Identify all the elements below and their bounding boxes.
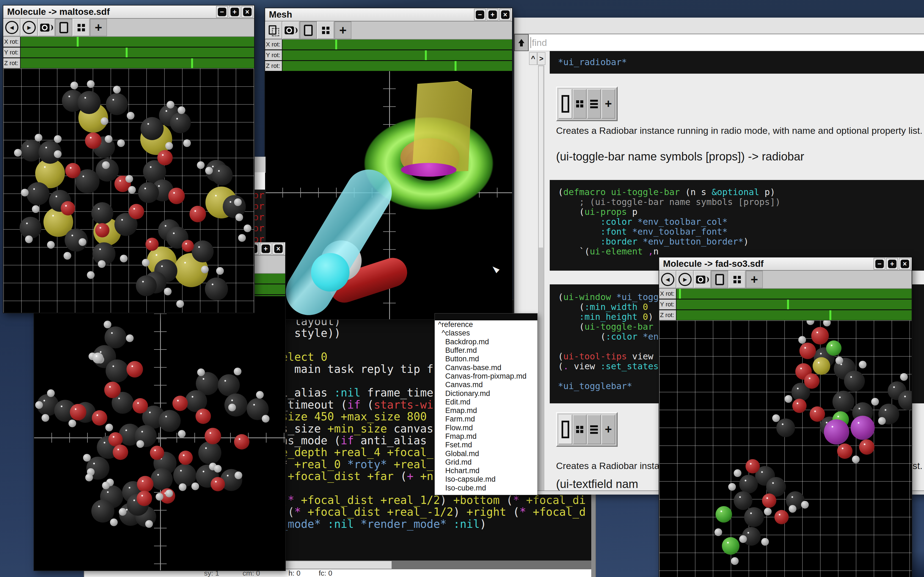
mesh-window[interactable]: Mesh − + × + X rot:Y rot:Z rot:	[265, 8, 513, 320]
add-button[interactable]: +	[334, 21, 351, 39]
slider-indicator[interactable]	[787, 300, 789, 309]
list-item[interactable]: Farm.md	[435, 415, 537, 424]
rotation-slider[interactable]: X rot:	[659, 289, 912, 300]
list-item[interactable]: Flow.md	[435, 424, 537, 432]
list-item[interactable]: Global.md	[435, 449, 537, 458]
radiobar-plus-button[interactable]: +	[601, 414, 615, 444]
close-button[interactable]: ×	[499, 9, 511, 20]
rotation-slider[interactable]: Y rot:	[3, 48, 254, 58]
back-button[interactable]: ◀	[659, 271, 676, 288]
rotation-slider[interactable]: Z rot:	[265, 61, 512, 72]
find-input[interactable]: find	[528, 34, 924, 51]
rotation-slider[interactable]: Z rot:	[659, 310, 912, 321]
list-item[interactable]: Backdrop.md	[435, 338, 537, 346]
atom	[731, 557, 739, 565]
mesh-titlebar[interactable]: Mesh − + ×	[265, 8, 512, 21]
list-item[interactable]: Emap.md	[435, 406, 537, 415]
rotation-slider[interactable]: X rot:	[3, 37, 254, 48]
radiobar-lines-button[interactable]	[587, 414, 601, 444]
radiobar-plus-button[interactable]: +	[601, 89, 615, 119]
docs-vscrollbar[interactable]	[538, 65, 544, 492]
copy-icon	[268, 25, 279, 36]
list-item[interactable]: Canvas-from-pixmap.md	[435, 372, 537, 380]
radiobar-grid-button[interactable]	[573, 89, 586, 119]
minimize-button[interactable]: −	[216, 6, 228, 18]
slider-indicator[interactable]	[77, 37, 79, 47]
nav-forward-button[interactable]: >	[537, 52, 545, 65]
list-item[interactable]: ^classes	[435, 329, 537, 337]
slider-indicator[interactable]	[425, 50, 427, 60]
rotation-slider[interactable]: Z rot:	[3, 58, 254, 69]
list-item[interactable]: Hchart.md	[435, 467, 537, 475]
maltose-viewport[interactable]	[3, 68, 254, 313]
slider-indicator[interactable]	[679, 289, 681, 299]
maltose-titlebar[interactable]: Molecule -> maltose.sdf − + ×	[3, 5, 254, 19]
maximize-button[interactable]: +	[260, 243, 271, 255]
list-item[interactable]: Canvas.md	[435, 380, 537, 389]
back-button[interactable]: ◀	[3, 19, 20, 36]
slider-indicator[interactable]	[126, 48, 128, 57]
close-button[interactable]: ×	[273, 243, 284, 255]
rotation-slider[interactable]: X rot:	[265, 40, 512, 50]
popup-list[interactable]: ^reference^classesBackdrop.mdBuffer.mdBu…	[435, 321, 537, 492]
list-item[interactable]: Canvas-base.md	[435, 363, 537, 372]
atom	[85, 132, 102, 149]
copy-button[interactable]	[265, 21, 282, 39]
grid-mode-button[interactable]	[317, 21, 334, 39]
find-up-button[interactable]	[514, 34, 528, 51]
radiobar-lines-button[interactable]	[587, 89, 601, 119]
grid-mode-button[interactable]	[73, 19, 90, 36]
popup-selected-row[interactable]	[435, 314, 537, 321]
close-button[interactable]: ×	[899, 258, 911, 269]
add-button[interactable]: +	[746, 271, 763, 288]
list-item[interactable]: Iso-cube.md	[435, 484, 537, 492]
radiobar-rect-button[interactable]	[559, 414, 572, 444]
docs-titlebar[interactable]	[514, 18, 924, 34]
slider-indicator[interactable]	[335, 40, 337, 50]
fadso3-titlebar[interactable]: Molecule -> fad-so3.sdf − + ×	[659, 258, 912, 271]
list-item[interactable]: Fmap.md	[435, 432, 537, 441]
slider-indicator[interactable]	[455, 61, 457, 71]
radiobar-rect-button[interactable]	[559, 89, 572, 119]
maximize-button[interactable]: +	[229, 6, 240, 18]
close-button[interactable]: ×	[241, 6, 253, 18]
autocomplete-popup[interactable]: ^reference^classesBackdrop.mdBuffer.mdBu…	[435, 313, 538, 495]
list-item[interactable]: ^reference	[435, 321, 537, 329]
nav-up-button[interactable]: ^	[529, 52, 537, 65]
display-mode-button[interactable]	[711, 271, 728, 288]
snapshot-button[interactable]	[694, 271, 711, 288]
slider-indicator[interactable]	[829, 310, 831, 320]
docs-vscrollbar-thumb[interactable]	[539, 66, 543, 248]
radiobar-grid-button[interactable]	[573, 414, 586, 444]
grid-mode-button[interactable]	[729, 271, 746, 288]
list-item[interactable]: Dictionary.md	[435, 389, 537, 398]
minimize-button[interactable]: −	[474, 9, 486, 20]
minimize-button[interactable]: −	[874, 258, 885, 269]
fadso3-viewport[interactable]	[659, 321, 912, 577]
list-item[interactable]: Buffer.md	[435, 346, 537, 355]
fadso3-window[interactable]: Molecule -> fad-so3.sdf − + × ◀ ▶ + X ro…	[659, 257, 912, 577]
snapshot-button[interactable]	[283, 21, 299, 39]
mesh-viewport[interactable]: ▲	[265, 71, 512, 319]
forward-button[interactable]: ▶	[677, 271, 693, 288]
list-item[interactable]: Iso-capsule.md	[435, 475, 537, 484]
add-button[interactable]: +	[90, 19, 107, 36]
molecule2-viewport[interactable]	[34, 296, 285, 571]
slider-indicator[interactable]	[191, 58, 193, 68]
list-item[interactable]: Edit.md	[435, 398, 537, 406]
error-line: or	[253, 211, 266, 222]
display-mode-button[interactable]	[300, 21, 317, 39]
list-item[interactable]: Fset.md	[435, 441, 537, 449]
rotation-slider[interactable]: Y rot:	[659, 300, 912, 310]
snapshot-button[interactable]	[38, 19, 55, 36]
display-mode-button[interactable]	[55, 19, 72, 36]
atom	[211, 477, 225, 491]
maximize-button[interactable]: +	[487, 9, 498, 20]
maltose-window[interactable]: Molecule -> maltose.sdf − + × ◀ ▶ + X ro…	[3, 5, 255, 313]
forward-button[interactable]: ▶	[21, 19, 38, 36]
list-item[interactable]: Grid.md	[435, 458, 537, 467]
rotation-slider[interactable]: Y rot:	[265, 50, 512, 61]
status-fc: fc: 0	[319, 569, 332, 577]
list-item[interactable]: Button.md	[435, 355, 537, 363]
maximize-button[interactable]: +	[886, 258, 898, 269]
